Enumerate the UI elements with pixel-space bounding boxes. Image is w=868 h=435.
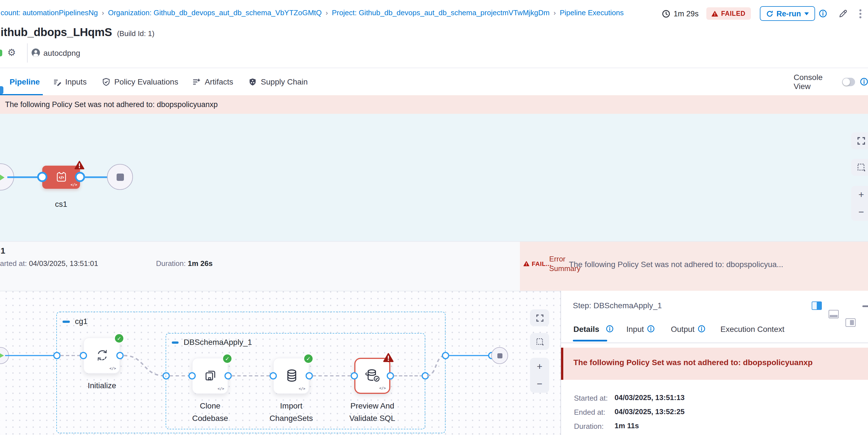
step-node-initialize[interactable]: </> ✓ — [83, 338, 120, 374]
output-info-icon[interactable] — [698, 325, 705, 333]
step-label-preview-validate-sql: Preview And Validate SQL — [346, 400, 398, 424]
title-row: ithub_dbops_LHqmS (Build Id: 1) — [1, 26, 154, 39]
connection-point — [224, 372, 232, 379]
panel-tab-input[interactable]: Input — [626, 324, 644, 334]
stop-icon — [497, 353, 502, 359]
panel-tab-execution-context[interactable]: Execution Context — [720, 324, 784, 334]
custom-stage-icon — [55, 170, 68, 183]
stage-summary-duration: Duration: 1m 26s — [156, 259, 213, 268]
collapse-group-icon[interactable] — [63, 321, 70, 322]
step-label-import-changesets: Import ChangeSets — [265, 400, 317, 424]
breadcrumb-separator: › — [102, 9, 104, 17]
breadcrumb-account[interactable]: count: automationPipelinesNg — [1, 8, 98, 17]
step-graph-canvas[interactable]: cg1 </> ✓ Initialize — [0, 291, 560, 435]
stage-error-section: FAIL... Error Summary The following Poli… — [520, 242, 868, 291]
zoom-out-button[interactable]: − — [537, 378, 542, 390]
elapsed-time: 1m 29s — [662, 9, 699, 18]
group-label-cg1[interactable]: cg1 — [75, 317, 88, 326]
tab-inputs[interactable]: Inputs — [53, 77, 87, 86]
rerun-button[interactable]: Re-run — [760, 6, 815, 21]
failed-badge-icon — [74, 160, 85, 169]
code-mark-icon: </> — [379, 386, 386, 391]
breadcrumb-project[interactable]: Project: Github_db_devops_aut_db_schema_… — [332, 8, 550, 17]
gear-icon[interactable]: ⚙ — [7, 47, 16, 59]
graph-edge — [5, 355, 57, 356]
tab-artifacts-label: Artifacts — [205, 77, 233, 86]
zoom-controls: + − — [530, 358, 549, 393]
build-id: (Build Id: 1) — [117, 29, 154, 38]
started-at-label: arted at: — [0, 259, 27, 268]
started-at-value: 04/03/2025, 13:51:13 — [615, 393, 685, 402]
graph-edge-dashed — [169, 375, 191, 376]
shield-check-icon — [102, 77, 111, 86]
step-panel-title: Step: DBSchemaApply_1 — [573, 301, 662, 310]
step-node-clone-codebase[interactable]: </> ✓ — [192, 358, 228, 394]
console-info-icon[interactable] — [860, 78, 868, 86]
tab-artifacts[interactable]: Artifacts — [192, 77, 233, 86]
tab-policy-evaluations[interactable]: Policy Evaluations — [102, 77, 178, 86]
tab-supply-chain[interactable]: Supply Chain — [248, 77, 308, 86]
zoom-in-button[interactable]: + — [537, 361, 542, 372]
fullscreen-button[interactable] — [851, 132, 868, 149]
step-label-clone-codebase: Clone Codebase — [184, 400, 236, 424]
tab-pipeline[interactable]: Pipeline — [0, 77, 40, 86]
connection-point — [306, 372, 313, 379]
fail-status: FAIL... — [523, 260, 552, 267]
username: autocdpng — [43, 49, 80, 58]
duration-label: Duration: — [156, 259, 186, 268]
edit-pipeline-icon[interactable] — [838, 9, 848, 18]
refresh-icon — [766, 10, 773, 17]
ended-at-value: 04/03/2025, 13:52:25 — [615, 407, 685, 416]
tab-supply-chain-label: Supply Chain — [261, 77, 308, 86]
clone-codebase-icon — [203, 368, 218, 383]
stage-graph-canvas[interactable]: </> cs1 + − — [0, 114, 868, 241]
warning-triangle-icon — [711, 10, 718, 17]
graph-edge-dashed — [60, 355, 81, 356]
layout-right-view-icon[interactable] — [812, 302, 822, 310]
connection-point — [270, 372, 277, 379]
breadcrumb-pipeline-executions[interactable]: Pipeline Executions — [560, 8, 624, 17]
breadcrumb-organization[interactable]: Organization: Github_db_devops_aut_db_sc… — [108, 8, 322, 17]
execution-header-actions: 1m 29s FAILED Re-run — [662, 6, 862, 22]
panel-tab-details[interactable]: Details — [574, 324, 599, 334]
layout-floating-view-icon[interactable] — [845, 318, 856, 327]
input-info-icon[interactable] — [647, 325, 654, 333]
step-error-box: The following Policy Set was not adhered… — [561, 348, 868, 380]
graph-edge-dashed — [394, 375, 423, 376]
graph-edge — [448, 355, 492, 356]
console-view-toggle[interactable] — [842, 77, 855, 86]
user-avatar-icon — [32, 49, 40, 57]
started-at-label: Started at: — [574, 394, 608, 402]
marquee-select-button[interactable] — [530, 333, 549, 350]
layout-bottom-view-icon[interactable] — [829, 310, 839, 318]
graph-end-node — [491, 347, 508, 364]
code-mark-icon: </> — [218, 386, 224, 391]
panel-tab-output[interactable]: Output — [671, 324, 694, 334]
connection-point — [188, 372, 196, 379]
success-badge-icon: ✓ — [115, 334, 123, 343]
details-info-icon[interactable] — [606, 325, 613, 333]
fullscreen-button[interactable] — [530, 309, 549, 326]
inputs-icon — [53, 77, 61, 86]
zoom-in-button[interactable]: + — [859, 189, 864, 200]
step-node-preview-validate-sql[interactable]: </> — [354, 358, 390, 394]
success-badge-icon: ✓ — [304, 354, 313, 363]
execution-detail-section: cg1 </> ✓ Initialize — [0, 291, 868, 435]
code-mark-icon: </> — [299, 386, 306, 391]
stage-node-cs1[interactable]: </> — [42, 165, 80, 188]
collapse-group-icon[interactable] — [172, 341, 179, 343]
zoom-controls: + − — [851, 186, 868, 221]
play-icon — [0, 353, 4, 359]
more-options-icon[interactable] — [859, 9, 862, 18]
marquee-select-button[interactable] — [851, 159, 868, 176]
step-node-import-changesets[interactable]: </> ✓ — [273, 358, 309, 394]
minimize-panel-icon[interactable] — [862, 305, 868, 307]
tag-badge — [0, 50, 2, 56]
play-icon — [0, 174, 4, 181]
zoom-out-button[interactable]: − — [859, 207, 864, 218]
fail-status-label: FAIL... — [532, 260, 552, 267]
execution-info-icon[interactable] — [819, 9, 827, 18]
group-label-dbschemaapply[interactable]: DBSchemaApply_1 — [184, 338, 252, 346]
rerun-button-label: Re-run — [776, 9, 801, 18]
stage-summary-name: 1 — [1, 246, 5, 255]
